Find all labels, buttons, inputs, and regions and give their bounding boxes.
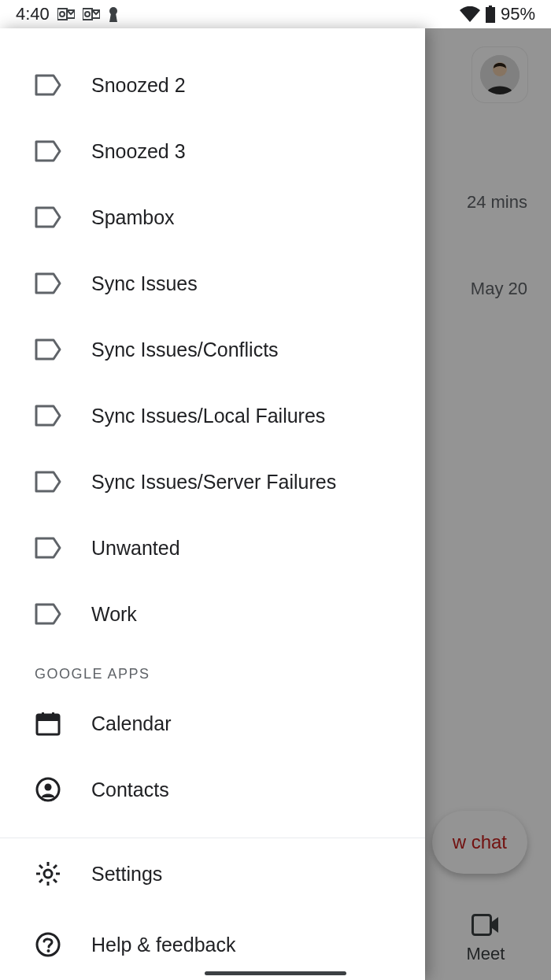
label-icon	[35, 138, 61, 165]
label-icon	[35, 402, 61, 429]
app-calendar[interactable]: Calendar	[0, 690, 425, 756]
navigation-drawer: Snoozed 2 Snoozed 3 Spambox Sync Issues	[0, 28, 425, 980]
gear-icon	[35, 860, 61, 887]
outlook-icon	[83, 7, 100, 21]
svg-point-1	[60, 12, 65, 17]
battery-percent: 95%	[501, 4, 535, 24]
svg-line-24	[39, 879, 43, 882]
help-icon	[35, 931, 61, 958]
svg-point-16	[44, 870, 52, 878]
label-icon	[35, 336, 61, 363]
drawer-item-label: Sync Issues/Server Failures	[91, 471, 336, 494]
label-icon	[35, 601, 61, 627]
svg-rect-6	[486, 7, 495, 23]
status-time: 4:40	[16, 4, 50, 24]
section-google-apps: GOOGLE APPS	[0, 647, 425, 690]
label-snoozed-2[interactable]: Snoozed 2	[0, 52, 425, 118]
drawer-item-label: Snoozed 3	[91, 140, 186, 163]
label-icon	[35, 72, 61, 98]
home-indicator[interactable]	[205, 971, 346, 975]
status-bar: 4:40 95%	[0, 0, 551, 28]
label-unwanted[interactable]: Unwanted	[0, 515, 425, 581]
calendar-icon	[35, 710, 61, 737]
svg-line-23	[54, 865, 57, 868]
label-icon	[35, 204, 61, 231]
label-sync-issues[interactable]: Sync Issues	[0, 250, 425, 316]
svg-line-21	[39, 865, 43, 868]
svg-rect-11	[37, 715, 59, 721]
drawer-item-label: Sync Issues	[91, 272, 198, 295]
svg-line-22	[54, 879, 57, 882]
drawer-item-label: Calendar	[91, 712, 171, 735]
drawer-item-label: Sync Issues/Conflicts	[91, 338, 279, 361]
drawer-item-label: Work	[91, 603, 137, 626]
svg-point-15	[45, 784, 52, 791]
app-contacts[interactable]: Contacts	[0, 756, 425, 823]
contacts-icon	[35, 776, 61, 803]
label-icon	[35, 468, 61, 495]
svg-rect-12	[42, 712, 44, 717]
label-icon	[35, 270, 61, 297]
label-spambox[interactable]: Spambox	[0, 184, 425, 250]
wifi-icon	[460, 6, 480, 22]
drawer-item-label: Sync Issues/Local Failures	[91, 405, 325, 427]
drawer-item-label: Snoozed 2	[91, 74, 186, 97]
svg-rect-5	[489, 6, 492, 7]
keyhole-icon	[108, 6, 119, 22]
svg-point-26	[47, 949, 50, 952]
svg-rect-13	[52, 712, 54, 717]
label-sync-local-failures[interactable]: Sync Issues/Local Failures	[0, 383, 425, 449]
label-sync-server-failures[interactable]: Sync Issues/Server Failures	[0, 449, 425, 515]
nav-settings[interactable]: Settings	[0, 838, 425, 909]
label-icon	[35, 534, 61, 561]
outlook-icon	[57, 7, 75, 21]
svg-rect-2	[83, 9, 92, 20]
battery-icon	[485, 6, 496, 23]
drawer-item-label: Contacts	[91, 778, 169, 801]
svg-point-3	[85, 12, 90, 17]
label-snoozed-3[interactable]: Snoozed 3	[0, 118, 425, 184]
drawer-item-label: Unwanted	[91, 537, 180, 560]
drawer-item-label: Settings	[91, 863, 162, 886]
label-sync-conflicts[interactable]: Sync Issues/Conflicts	[0, 316, 425, 383]
drawer-item-label: Spambox	[91, 206, 175, 229]
label-work[interactable]: Work	[0, 581, 425, 647]
svg-rect-0	[57, 9, 67, 20]
drawer-item-label: Help & feedback	[91, 934, 235, 956]
nav-help-feedback[interactable]: Help & feedback	[0, 909, 425, 980]
